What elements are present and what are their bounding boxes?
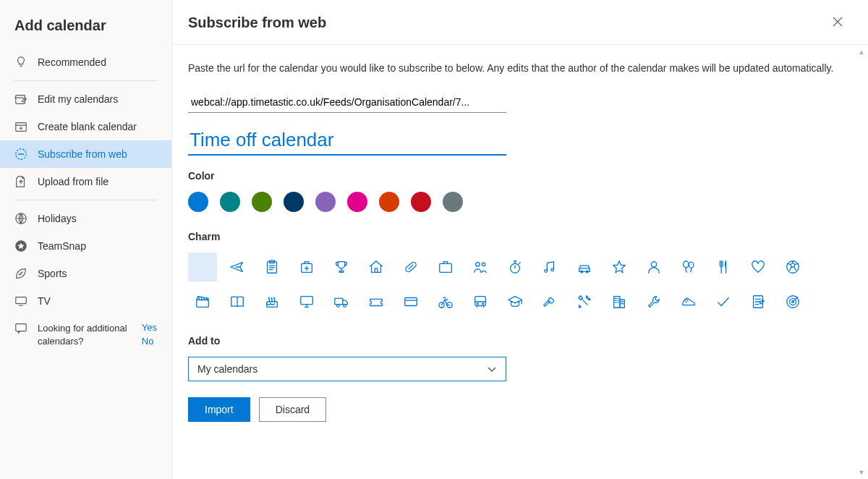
charm-plane[interactable] — [223, 253, 252, 281]
feedback-yes[interactable]: Yes — [142, 322, 157, 333]
color-swatch-5[interactable] — [347, 192, 367, 212]
color-label: Color — [188, 170, 839, 182]
color-swatch-1[interactable] — [220, 192, 240, 212]
charm-grid — [188, 253, 839, 316]
sidebar-feedback: Looking for additional calendars?YesNo — [0, 315, 171, 355]
sidebar-item-label: Edit my calendars — [38, 93, 157, 105]
sidebar-item-add-cal[interactable]: Create blank calendar — [0, 113, 171, 140]
color-swatch-0[interactable] — [188, 192, 208, 212]
color-swatch-3[interactable] — [284, 192, 304, 212]
charm-shoe[interactable] — [674, 287, 703, 316]
sidebar: Add calendar RecommendedEdit my calendar… — [0, 0, 172, 479]
edit-cal-icon — [14, 93, 27, 106]
instructions: Paste the url for the calendar you would… — [188, 61, 839, 76]
charm-trophy[interactable] — [327, 253, 356, 281]
charm-wrench[interactable] — [639, 287, 668, 316]
import-button[interactable]: Import — [188, 397, 250, 422]
svg-rect-26 — [197, 300, 209, 307]
feedback-no[interactable]: No — [142, 336, 157, 347]
color-swatch-2[interactable] — [252, 192, 272, 212]
charm-target[interactable] — [778, 287, 807, 316]
svg-point-23 — [684, 261, 689, 268]
svg-point-30 — [337, 305, 340, 308]
svg-rect-28 — [301, 297, 313, 305]
sidebar-item-tv[interactable]: TV — [0, 287, 171, 315]
upload-icon — [14, 175, 27, 188]
charm-monitor[interactable] — [292, 287, 321, 316]
discard-button[interactable]: Discard — [259, 397, 326, 422]
charm-label: Charm — [188, 231, 839, 242]
main-panel: Subscribe from web ▲▼ Paste the url for … — [172, 0, 868, 479]
charm-truck[interactable] — [327, 287, 356, 316]
charm-heart[interactable] — [744, 253, 773, 281]
svg-rect-35 — [475, 297, 486, 306]
charm-fork[interactable] — [709, 253, 738, 281]
header: Subscribe from web — [172, 0, 868, 45]
sidebar-item-label: Subscribe from web — [38, 148, 157, 160]
charm-tools[interactable] — [570, 287, 599, 316]
charm-person[interactable] — [639, 253, 668, 281]
charm-book[interactable] — [223, 287, 252, 316]
charm-people[interactable] — [466, 253, 495, 281]
close-icon — [832, 16, 843, 27]
charm-repair[interactable] — [535, 287, 564, 316]
charm-car[interactable] — [570, 253, 599, 281]
tv-icon — [14, 294, 27, 308]
svg-rect-8 — [16, 297, 26, 304]
chevron-down-icon — [487, 364, 497, 374]
svg-point-36 — [477, 303, 478, 305]
charm-music[interactable] — [535, 253, 564, 281]
sidebar-item-edit-cal[interactable]: Edit my calendars — [0, 85, 171, 113]
sidebar-item-teamsnap[interactable]: TeamSnap — [0, 232, 171, 260]
feedback-question: Looking for additional calendars? — [38, 322, 132, 348]
calendar-name-input[interactable] — [188, 126, 506, 156]
charm-house[interactable] — [362, 253, 391, 281]
color-swatch-7[interactable] — [411, 192, 431, 212]
sidebar-item-web-sub[interactable]: Subscribe from web — [0, 140, 171, 168]
addto-label: Add to — [188, 335, 839, 347]
lightbulb-icon — [14, 56, 27, 69]
charm-stopwatch[interactable] — [501, 253, 529, 281]
svg-point-16 — [482, 263, 485, 266]
svg-point-24 — [689, 262, 693, 268]
charm-credit[interactable] — [396, 287, 425, 316]
svg-point-3 — [19, 153, 20, 154]
charm-pill[interactable] — [396, 253, 425, 281]
charm-medkit[interactable] — [292, 253, 321, 281]
charm-building[interactable] — [605, 287, 634, 316]
url-input[interactable] — [188, 92, 506, 113]
close-button[interactable] — [829, 13, 846, 33]
charm-notes[interactable] — [744, 287, 773, 316]
sidebar-item-lightbulb[interactable]: Recommended — [0, 48, 171, 76]
charm-none[interactable] — [188, 253, 217, 281]
color-swatch-6[interactable] — [379, 192, 399, 212]
charm-ticket[interactable] — [362, 287, 391, 316]
sidebar-item-globe[interactable]: Holidays — [0, 205, 171, 232]
page-title: Subscribe from web — [188, 14, 326, 31]
sidebar-item-label: TV — [38, 295, 157, 307]
comment-icon — [14, 322, 27, 335]
charm-bike[interactable] — [431, 287, 460, 316]
teamsnap-icon — [14, 240, 27, 253]
charm-cake[interactable] — [258, 287, 286, 316]
charm-grad[interactable] — [501, 287, 529, 316]
charm-clapper[interactable] — [188, 287, 217, 316]
color-swatch-4[interactable] — [315, 192, 336, 212]
sidebar-item-upload[interactable]: Upload from file — [0, 168, 171, 195]
svg-point-4 — [20, 153, 21, 154]
svg-rect-14 — [440, 263, 452, 272]
charm-balloons[interactable] — [674, 253, 703, 281]
football-icon — [14, 267, 27, 280]
sidebar-item-football[interactable]: Sports — [0, 260, 171, 287]
addto-select[interactable]: My calendars — [188, 357, 506, 381]
charm-briefcase[interactable] — [431, 253, 460, 281]
color-swatch-8[interactable] — [443, 192, 463, 212]
svg-point-5 — [22, 153, 23, 154]
charm-star[interactable] — [605, 253, 634, 281]
sidebar-item-label: Sports — [38, 268, 157, 279]
charm-soccer[interactable] — [778, 253, 807, 281]
charm-bus[interactable] — [466, 287, 495, 316]
charm-clipboard[interactable] — [258, 253, 286, 281]
globe-icon — [14, 212, 27, 225]
charm-check[interactable] — [709, 287, 738, 316]
